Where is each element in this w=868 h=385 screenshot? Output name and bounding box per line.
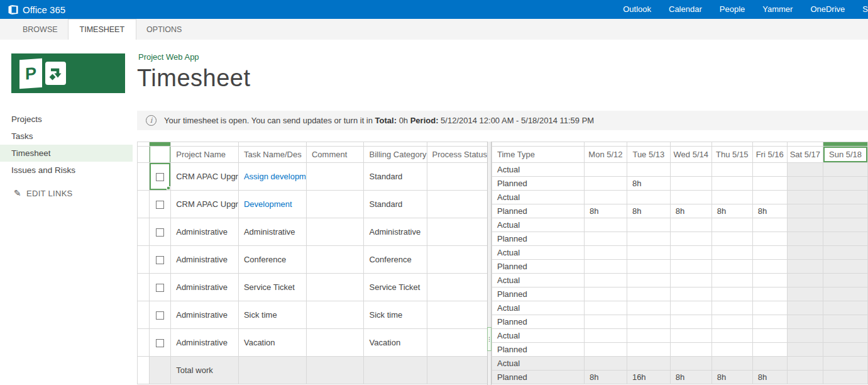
hour-cell[interactable] [670, 315, 711, 329]
hour-cell-weekend[interactable] [787, 287, 823, 301]
hour-cell-weekend[interactable] [823, 274, 868, 287]
hour-cell-weekend[interactable] [823, 329, 868, 343]
row-checkbox[interactable] [156, 311, 164, 320]
cell-task-name[interactable]: Vacation [238, 329, 306, 357]
cell-task-name[interactable]: Development [238, 191, 306, 218]
cell-comment[interactable] [306, 191, 364, 218]
hour-cell[interactable] [752, 232, 787, 246]
hour-cell[interactable] [752, 191, 787, 204]
cell-process-status[interactable] [427, 301, 487, 329]
suite-nav-yammer[interactable]: Yammer [754, 0, 801, 19]
suite-nav-calendar[interactable]: Calendar [660, 0, 711, 19]
hour-cell[interactable] [584, 301, 627, 315]
hour-cell-weekend[interactable] [787, 329, 823, 343]
sidebar-item-projects[interactable]: Projects [0, 111, 133, 128]
row-select-cell[interactable] [149, 329, 170, 357]
row-select-cell[interactable] [149, 191, 170, 218]
hour-cell[interactable] [584, 191, 627, 204]
cell-comment[interactable] [306, 218, 364, 246]
cell-task-name[interactable]: Sick time [238, 301, 306, 329]
hour-cell[interactable] [670, 191, 711, 204]
hour-cell[interactable] [584, 260, 627, 274]
office365-logo[interactable]: Office 365 [0, 4, 65, 15]
row-indicator[interactable] [138, 246, 150, 274]
hour-cell[interactable] [627, 191, 670, 204]
cell-billing-category[interactable]: Standard [364, 191, 427, 218]
hour-cell[interactable] [584, 343, 627, 357]
hour-cell-weekend[interactable] [787, 191, 823, 204]
column-header-project-name[interactable]: Project Name [171, 147, 239, 163]
cell-task-name[interactable]: Service Ticket [238, 274, 306, 301]
row-checkbox[interactable] [156, 228, 164, 237]
cell-task-name[interactable]: Conference [238, 246, 306, 274]
cell-process-status[interactable] [427, 274, 487, 301]
hour-cell[interactable] [752, 301, 787, 315]
hour-cell[interactable] [752, 287, 787, 301]
row-checkbox[interactable] [156, 256, 164, 264]
row-indicator[interactable] [138, 218, 150, 246]
cell-billing-category[interactable]: Sick time [364, 301, 427, 329]
hour-cell[interactable] [670, 246, 711, 260]
cell-project-name[interactable]: Administrative [171, 329, 239, 357]
hour-cell[interactable]: 8h [670, 204, 711, 218]
hour-cell[interactable] [670, 260, 711, 274]
hour-cell[interactable] [752, 329, 787, 343]
row-checkbox[interactable] [156, 339, 164, 347]
cell-project-name[interactable]: Administrative [171, 246, 239, 274]
hour-cell-weekend[interactable] [787, 246, 823, 260]
column-header-wed[interactable]: Wed 5/14 [670, 147, 711, 163]
sidebar-item-issues-and-risks[interactable]: Issues and Risks [0, 162, 133, 179]
hour-cell-weekend[interactable] [787, 232, 823, 246]
task-link[interactable]: Development [244, 199, 292, 209]
hour-cell[interactable] [584, 163, 627, 177]
hour-cell[interactable] [584, 218, 627, 232]
hour-cell[interactable] [752, 177, 787, 191]
row-select-cell[interactable] [149, 301, 170, 329]
cell-project-name[interactable]: Administrative [171, 274, 239, 301]
hour-cell[interactable] [584, 177, 627, 191]
column-header-mon[interactable]: Mon 5/12 [584, 147, 627, 163]
hour-cell-weekend[interactable] [787, 218, 823, 232]
hour-cell[interactable]: 8h [711, 204, 752, 218]
cell-billing-category[interactable]: Vacation [364, 329, 427, 357]
suite-nav-onedrive[interactable]: OneDrive [801, 0, 854, 19]
cell-process-status[interactable] [427, 218, 487, 246]
hour-cell-weekend[interactable] [787, 260, 823, 274]
suite-nav-outlook[interactable]: Outlook [614, 0, 660, 19]
cell-comment[interactable] [306, 246, 364, 274]
edit-links-button[interactable]: ✎ EDIT LINKS [14, 188, 73, 198]
hour-cell[interactable] [627, 315, 670, 329]
cell-project-name[interactable]: CRM APAC Upgr [171, 163, 239, 191]
hour-cell-weekend[interactable] [823, 301, 868, 315]
hour-cell[interactable] [752, 163, 787, 177]
cell-project-name[interactable]: Administrative [171, 218, 239, 246]
cell-process-status[interactable] [427, 163, 487, 191]
hour-cell-weekend[interactable] [823, 343, 868, 357]
cell-billing-category[interactable]: Conference [364, 246, 427, 274]
hour-cell[interactable] [752, 343, 787, 357]
column-header-sun-today[interactable]: Sun 5/18 [823, 147, 868, 163]
cell-process-status[interactable] [427, 191, 487, 218]
cell-comment[interactable] [306, 329, 364, 357]
hour-cell[interactable] [584, 246, 627, 260]
cell-comment[interactable] [306, 301, 364, 329]
hour-cell-weekend[interactable] [823, 204, 868, 218]
hour-cell[interactable] [584, 232, 627, 246]
breadcrumb-site-link[interactable]: Project Web App [138, 52, 199, 62]
hour-cell[interactable] [711, 274, 752, 287]
hour-cell-weekend[interactable] [787, 274, 823, 287]
hour-cell[interactable] [711, 329, 752, 343]
hour-cell[interactable]: 8h [627, 204, 670, 218]
column-header-process-status[interactable]: Process Status [427, 147, 487, 163]
row-indicator[interactable] [138, 163, 150, 191]
hour-cell[interactable] [711, 315, 752, 329]
splitter-drag-handle[interactable]: ⋮ [487, 327, 492, 351]
hour-cell[interactable] [670, 274, 711, 287]
column-header-tue[interactable]: Tue 5/13 [627, 147, 670, 163]
hour-cell[interactable]: 8h [584, 204, 627, 218]
column-header-task-name[interactable]: Task Name/Des [238, 147, 306, 163]
hour-cell-weekend[interactable] [823, 246, 868, 260]
suite-nav-people[interactable]: People [711, 0, 754, 19]
cell-process-status[interactable] [427, 329, 487, 357]
sidebar-item-tasks[interactable]: Tasks [0, 128, 133, 145]
